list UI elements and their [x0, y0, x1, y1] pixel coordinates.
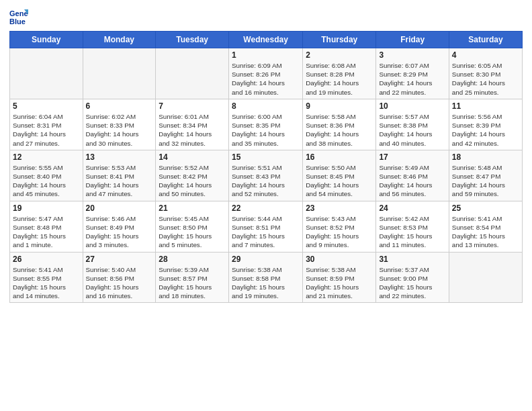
cell-day-number: 18 — [452, 152, 519, 162]
cell-day-number: 19 — [13, 203, 80, 213]
calendar-cell: 21Sunrise: 5:45 AM Sunset: 8:50 PM Dayli… — [156, 201, 229, 252]
calendar-cell: 20Sunrise: 5:46 AM Sunset: 8:49 PM Dayli… — [83, 201, 156, 252]
cell-day-number: 20 — [86, 203, 153, 213]
weekday-header-row: SundayMondayTuesdayWednesdayThursdayFrid… — [10, 32, 523, 48]
cell-info-text: Sunrise: 6:00 AM Sunset: 8:35 PM Dayligh… — [232, 112, 300, 148]
cell-day-number: 31 — [379, 255, 445, 264]
page-header: General Blue — [9, 7, 523, 26]
cell-day-number: 30 — [306, 255, 373, 264]
cell-day-number: 8 — [232, 101, 300, 111]
calendar-cell — [10, 48, 83, 99]
cell-day-number: 10 — [379, 101, 445, 111]
cell-day-number: 2 — [306, 50, 373, 60]
weekday-header-friday: Friday — [376, 32, 449, 48]
calendar-week-row: 26Sunrise: 5:41 AM Sunset: 8:55 PM Dayli… — [10, 252, 523, 303]
cell-info-text: Sunrise: 5:44 AM Sunset: 8:51 PM Dayligh… — [232, 214, 300, 250]
calendar-week-row: 1Sunrise: 6:09 AM Sunset: 8:26 PM Daylig… — [10, 48, 523, 99]
calendar-week-row: 12Sunrise: 5:55 AM Sunset: 8:40 PM Dayli… — [10, 150, 523, 201]
calendar-cell: 29Sunrise: 5:38 AM Sunset: 8:58 PM Dayli… — [229, 252, 303, 303]
weekday-header-wednesday: Wednesday — [229, 32, 303, 48]
logo: General Blue — [9, 7, 32, 26]
calendar-cell: 28Sunrise: 5:39 AM Sunset: 8:57 PM Dayli… — [156, 252, 229, 303]
calendar-cell: 26Sunrise: 5:41 AM Sunset: 8:55 PM Dayli… — [10, 252, 83, 303]
cell-day-number: 22 — [232, 203, 300, 213]
cell-day-number: 16 — [306, 152, 373, 162]
cell-info-text: Sunrise: 5:38 AM Sunset: 8:58 PM Dayligh… — [232, 265, 300, 301]
svg-text:Blue: Blue — [9, 17, 26, 26]
cell-info-text: Sunrise: 5:55 AM Sunset: 8:40 PM Dayligh… — [13, 163, 80, 199]
cell-day-number: 23 — [306, 203, 373, 213]
calendar-cell: 2Sunrise: 6:08 AM Sunset: 8:28 PM Daylig… — [303, 48, 376, 99]
cell-day-number: 17 — [379, 152, 445, 162]
cell-day-number: 9 — [306, 101, 373, 111]
cell-info-text: Sunrise: 5:41 AM Sunset: 8:54 PM Dayligh… — [452, 214, 519, 250]
calendar-cell: 31Sunrise: 5:37 AM Sunset: 9:00 PM Dayli… — [376, 252, 449, 303]
cell-info-text: Sunrise: 6:05 AM Sunset: 8:30 PM Dayligh… — [452, 61, 519, 97]
calendar-cell: 23Sunrise: 5:43 AM Sunset: 8:52 PM Dayli… — [303, 201, 376, 252]
cell-day-number: 27 — [86, 255, 153, 264]
cell-day-number: 15 — [232, 152, 300, 162]
cell-day-number: 24 — [379, 203, 445, 213]
cell-info-text: Sunrise: 5:50 AM Sunset: 8:45 PM Dayligh… — [306, 163, 373, 199]
cell-day-number: 1 — [232, 50, 300, 60]
calendar-cell — [156, 48, 229, 99]
calendar-page: General Blue SundayMondayTuesdayWednesda… — [0, 0, 532, 411]
calendar-cell: 6Sunrise: 6:02 AM Sunset: 8:33 PM Daylig… — [83, 99, 156, 150]
calendar-cell: 4Sunrise: 6:05 AM Sunset: 8:30 PM Daylig… — [449, 48, 522, 99]
calendar-cell: 17Sunrise: 5:49 AM Sunset: 8:46 PM Dayli… — [376, 150, 449, 201]
weekday-header-thursday: Thursday — [303, 32, 376, 48]
cell-info-text: Sunrise: 6:08 AM Sunset: 8:28 PM Dayligh… — [306, 61, 373, 97]
cell-info-text: Sunrise: 5:57 AM Sunset: 8:38 PM Dayligh… — [379, 112, 445, 148]
cell-info-text: Sunrise: 5:41 AM Sunset: 8:55 PM Dayligh… — [13, 265, 80, 301]
calendar-cell: 8Sunrise: 6:00 AM Sunset: 8:35 PM Daylig… — [229, 99, 303, 150]
cell-day-number: 28 — [159, 255, 226, 264]
cell-info-text: Sunrise: 5:40 AM Sunset: 8:56 PM Dayligh… — [86, 265, 153, 301]
weekday-header-monday: Monday — [83, 32, 156, 48]
calendar-cell: 3Sunrise: 6:07 AM Sunset: 8:29 PM Daylig… — [376, 48, 449, 99]
calendar-cell: 12Sunrise: 5:55 AM Sunset: 8:40 PM Dayli… — [10, 150, 83, 201]
weekday-header-tuesday: Tuesday — [156, 32, 229, 48]
calendar-cell: 30Sunrise: 5:38 AM Sunset: 8:59 PM Dayli… — [303, 252, 376, 303]
calendar-cell: 25Sunrise: 5:41 AM Sunset: 8:54 PM Dayli… — [449, 201, 522, 252]
cell-info-text: Sunrise: 5:53 AM Sunset: 8:41 PM Dayligh… — [86, 163, 153, 199]
cell-info-text: Sunrise: 6:04 AM Sunset: 8:31 PM Dayligh… — [13, 112, 80, 148]
calendar-cell: 16Sunrise: 5:50 AM Sunset: 8:45 PM Dayli… — [303, 150, 376, 201]
cell-info-text: Sunrise: 5:49 AM Sunset: 8:46 PM Dayligh… — [379, 163, 445, 199]
calendar-cell — [449, 252, 522, 303]
logo-icon: General Blue — [9, 7, 28, 26]
cell-info-text: Sunrise: 6:01 AM Sunset: 8:34 PM Dayligh… — [159, 112, 226, 148]
cell-info-text: Sunrise: 5:37 AM Sunset: 9:00 PM Dayligh… — [379, 265, 445, 301]
cell-day-number: 7 — [159, 101, 226, 111]
cell-day-number: 11 — [452, 101, 519, 111]
calendar-cell: 1Sunrise: 6:09 AM Sunset: 8:26 PM Daylig… — [229, 48, 303, 99]
cell-info-text: Sunrise: 5:45 AM Sunset: 8:50 PM Dayligh… — [159, 214, 226, 250]
cell-info-text: Sunrise: 5:47 AM Sunset: 8:48 PM Dayligh… — [13, 214, 80, 250]
calendar-week-row: 19Sunrise: 5:47 AM Sunset: 8:48 PM Dayli… — [10, 201, 523, 252]
calendar-cell: 13Sunrise: 5:53 AM Sunset: 8:41 PM Dayli… — [83, 150, 156, 201]
cell-info-text: Sunrise: 5:42 AM Sunset: 8:53 PM Dayligh… — [379, 214, 445, 250]
cell-info-text: Sunrise: 5:43 AM Sunset: 8:52 PM Dayligh… — [306, 214, 373, 250]
calendar-cell: 15Sunrise: 5:51 AM Sunset: 8:43 PM Dayli… — [229, 150, 303, 201]
cell-info-text: Sunrise: 5:52 AM Sunset: 8:42 PM Dayligh… — [159, 163, 226, 199]
calendar-cell: 11Sunrise: 5:56 AM Sunset: 8:39 PM Dayli… — [449, 99, 522, 150]
calendar-cell: 9Sunrise: 5:58 AM Sunset: 8:36 PM Daylig… — [303, 99, 376, 150]
cell-day-number: 13 — [86, 152, 153, 162]
calendar-cell: 14Sunrise: 5:52 AM Sunset: 8:42 PM Dayli… — [156, 150, 229, 201]
cell-info-text: Sunrise: 5:48 AM Sunset: 8:47 PM Dayligh… — [452, 163, 519, 199]
cell-day-number: 12 — [13, 152, 80, 162]
cell-day-number: 4 — [452, 50, 519, 60]
cell-info-text: Sunrise: 6:07 AM Sunset: 8:29 PM Dayligh… — [379, 61, 445, 97]
cell-day-number: 14 — [159, 152, 226, 162]
weekday-header-sunday: Sunday — [10, 32, 83, 48]
calendar-cell: 10Sunrise: 5:57 AM Sunset: 8:38 PM Dayli… — [376, 99, 449, 150]
cell-info-text: Sunrise: 6:02 AM Sunset: 8:33 PM Dayligh… — [86, 112, 153, 148]
cell-day-number: 25 — [452, 203, 519, 213]
calendar-table: SundayMondayTuesdayWednesdayThursdayFrid… — [9, 31, 523, 303]
cell-day-number: 6 — [86, 101, 153, 111]
calendar-cell: 22Sunrise: 5:44 AM Sunset: 8:51 PM Dayli… — [229, 201, 303, 252]
cell-info-text: Sunrise: 5:51 AM Sunset: 8:43 PM Dayligh… — [232, 163, 300, 199]
cell-day-number: 26 — [13, 255, 80, 264]
calendar-cell: 24Sunrise: 5:42 AM Sunset: 8:53 PM Dayli… — [376, 201, 449, 252]
weekday-header-saturday: Saturday — [449, 32, 522, 48]
cell-info-text: Sunrise: 5:46 AM Sunset: 8:49 PM Dayligh… — [86, 214, 153, 250]
